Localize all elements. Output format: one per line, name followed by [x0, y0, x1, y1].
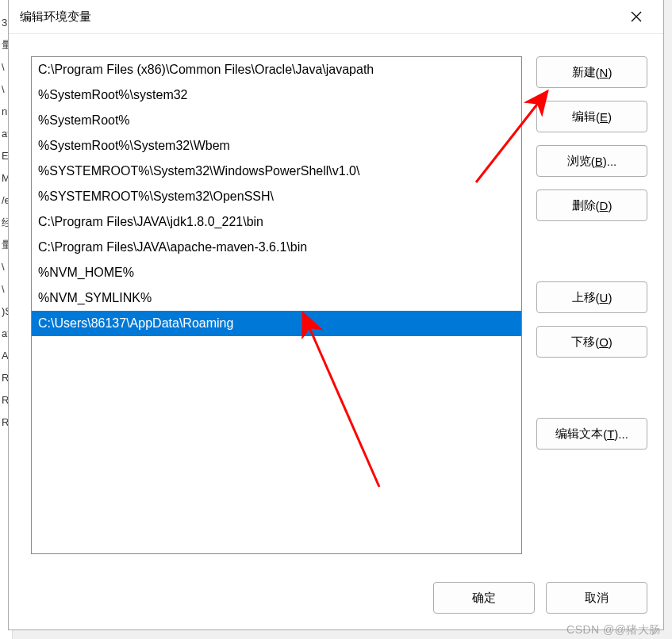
- move-up-button[interactable]: 上移(U): [536, 281, 647, 313]
- button-label: 浏览: [567, 154, 591, 169]
- button-suffix: ...: [607, 155, 617, 168]
- edit-text-button[interactable]: 编辑文本(T)...: [536, 418, 647, 450]
- accelerator-key: B: [595, 155, 603, 168]
- side-button-panel: 新建(N) 编辑(E) 浏览(B)... 删除(D) 上移(U) 下移(O) 编…: [536, 56, 647, 566]
- spacer: [536, 234, 647, 269]
- ok-button[interactable]: 确定: [433, 582, 535, 614]
- button-label: 新建: [572, 65, 596, 80]
- new-button[interactable]: 新建(N): [536, 56, 647, 88]
- accelerator-key: N: [600, 66, 609, 79]
- move-down-button[interactable]: 下移(O): [536, 326, 647, 358]
- button-label: 确定: [472, 591, 496, 606]
- list-item[interactable]: %NVM_SYMLINK%: [32, 285, 521, 311]
- list-item[interactable]: C:\Program Files (x86)\Common Files\Orac…: [32, 57, 521, 82]
- accelerator-key: E: [600, 110, 608, 124]
- accelerator-key: O: [599, 335, 609, 349]
- button-label: 下移: [571, 335, 595, 350]
- button-label: 取消: [585, 591, 609, 606]
- titlebar: 编辑环境变量: [9, 0, 663, 34]
- list-item[interactable]: %SYSTEMROOT%\System32\OpenSSH\: [32, 184, 521, 209]
- button-label: 编辑文本: [555, 427, 603, 442]
- dialog-title: 编辑环境变量: [20, 10, 91, 25]
- dialog-content: C:\Program Files (x86)\Common Files\Orac…: [9, 34, 663, 574]
- list-item[interactable]: C:\Program Files\JAVA\apache-maven-3.6.1…: [32, 235, 521, 260]
- cancel-button[interactable]: 取消: [546, 582, 647, 614]
- list-item[interactable]: %SYSTEMROOT%\System32\WindowsPowerShell\…: [32, 159, 521, 184]
- accelerator-key: T: [607, 427, 614, 441]
- accelerator-key: U: [600, 291, 609, 304]
- list-item[interactable]: C:\Program Files\JAVA\jdk1.8.0_221\bin: [32, 209, 521, 235]
- close-icon: [631, 11, 642, 22]
- list-item[interactable]: C:\Users\86137\AppData\Roaming: [32, 311, 521, 336]
- button-label: 编辑: [572, 109, 596, 124]
- bottom-button-bar: 确定 取消: [9, 574, 663, 629]
- accelerator-key: D: [600, 199, 609, 212]
- spacer: [536, 370, 647, 405]
- delete-button[interactable]: 删除(D): [536, 189, 647, 221]
- button-label: 删除: [572, 198, 596, 213]
- close-button[interactable]: [620, 1, 652, 33]
- edit-env-var-dialog: 编辑环境变量 C:\Program Files (x86)\Common Fil…: [8, 0, 664, 630]
- path-listbox[interactable]: C:\Program Files (x86)\Common Files\Orac…: [31, 56, 522, 554]
- list-item[interactable]: %SystemRoot%\System32\Wbem: [32, 133, 521, 159]
- browse-button[interactable]: 浏览(B)...: [536, 145, 647, 177]
- button-label: 上移: [572, 290, 596, 305]
- list-item[interactable]: %SystemRoot%\system32: [32, 82, 521, 108]
- list-item[interactable]: %SystemRoot%: [32, 108, 521, 133]
- list-item[interactable]: %NVM_HOME%: [32, 260, 521, 285]
- edit-button[interactable]: 编辑(E): [536, 101, 647, 132]
- watermark: CSDN @@猪大肠: [566, 623, 661, 637]
- button-suffix: ...: [618, 427, 628, 441]
